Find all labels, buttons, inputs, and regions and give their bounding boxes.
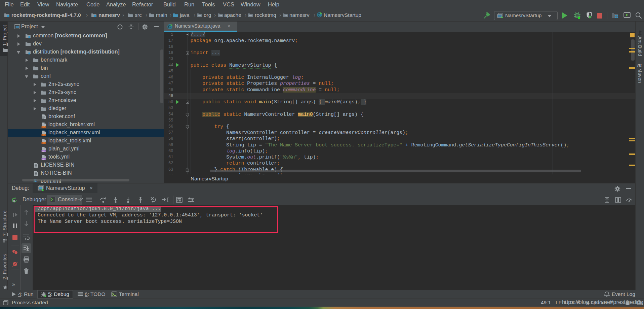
svg-text:<>: <> <box>42 134 45 136</box>
svg-text:YML: YML <box>42 150 46 152</box>
svg-text:YML: YML <box>42 158 46 160</box>
svg-text:<>: <> <box>42 126 45 128</box>
svg-text:<>: <> <box>42 142 45 144</box>
